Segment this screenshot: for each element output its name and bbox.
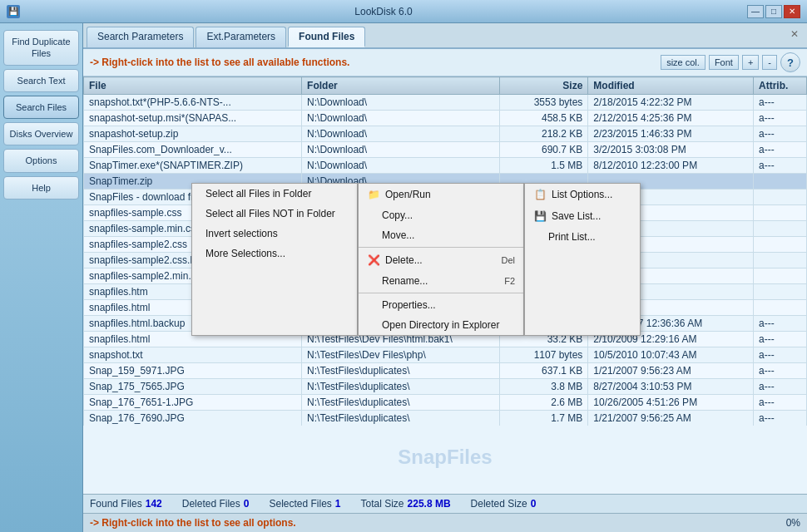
open-run-icon: 📁 xyxy=(367,188,380,201)
ctx-delete-label: Delete... xyxy=(385,254,423,266)
cell-size: 458.5 KB xyxy=(500,111,588,126)
font-minus-button[interactable]: - xyxy=(762,55,777,70)
ctx-copy[interactable]: Copy... xyxy=(359,205,523,225)
cell-file: Snap_175_7565.JPG xyxy=(84,379,302,395)
cell-modified: 8/27/2004 3:10:53 PM xyxy=(588,379,754,395)
selected-files-value: 1 xyxy=(335,498,341,510)
cell-attrib: a--- xyxy=(753,347,806,363)
table-row[interactable]: Snap_176_7690.JPG N:\TestFiles\duplicate… xyxy=(84,411,807,426)
sidebar-item-disks-overview[interactable]: Disks Overview xyxy=(3,122,79,145)
cell-attrib xyxy=(753,268,806,284)
title-bar: 💾 LookDisk 6.0 — □ ✕ xyxy=(0,0,807,23)
sidebar-item-find-duplicate[interactable]: Find DuplicateFiles xyxy=(3,30,79,66)
ctx-print-list[interactable]: Print List... xyxy=(525,227,640,247)
ctx-save-list-label: Save List... xyxy=(552,210,601,222)
table-row[interactable]: snapshot.txt N:\TestFiles\Dev Files\php\… xyxy=(84,347,807,363)
table-row[interactable]: SnapFiles.com_Downloader_v... N:\Downloa… xyxy=(84,142,807,158)
tab-search-parameters[interactable]: Search Parameters xyxy=(87,27,194,47)
ctx-more-selections[interactable]: More Selections... xyxy=(192,244,357,264)
ctx-open-run[interactable]: 📁 Open/Run xyxy=(359,184,523,205)
cell-attrib: a--- xyxy=(753,142,806,158)
cell-attrib: a--- xyxy=(753,95,806,111)
cell-attrib: a--- xyxy=(753,316,806,332)
table-row[interactable]: snapashot-setup.msi*(SNAPAS... N:\Downlo… xyxy=(84,111,807,126)
table-row[interactable]: snapshot.txt*(PHP-5.6.6-NTS-... N:\Downl… xyxy=(84,95,807,111)
sidebar-item-search-text[interactable]: Search Text xyxy=(3,69,79,92)
help-button[interactable]: ? xyxy=(780,52,800,72)
cell-file: snapashot-setup.msi*(SNAPAS... xyxy=(84,111,302,126)
bottom-bar: -> Right-click into the list to see all … xyxy=(83,513,807,532)
ctx-open-run-label: Open/Run xyxy=(385,189,431,200)
cell-attrib: a--- xyxy=(753,411,806,426)
title-bar-buttons: — □ ✕ xyxy=(747,5,800,18)
ctx-invert-selections[interactable]: Invert selections xyxy=(192,224,357,244)
cell-folder: N:\TestFiles\duplicates\ xyxy=(302,379,500,395)
font-plus-button[interactable]: + xyxy=(742,55,759,70)
deleted-files-status: Deleted Files 0 xyxy=(182,498,250,510)
cell-folder: N:\TestFiles\duplicates\ xyxy=(302,411,500,426)
cell-modified: 2/23/2015 1:46:33 PM xyxy=(588,126,754,142)
close-button[interactable]: ✕ xyxy=(784,5,800,18)
toolbar-row: -> Right-click into the list to see all … xyxy=(83,49,807,76)
ctx-select-not-in-folder[interactable]: Select all Files NOT in Folder xyxy=(192,204,357,224)
col-header-folder[interactable]: Folder xyxy=(302,77,500,95)
cell-file: snapshot.txt*(PHP-5.6.6-NTS-... xyxy=(84,95,302,111)
cell-modified: 10/26/2005 4:51:26 PM xyxy=(588,395,754,411)
cell-file: Snap_159_5971.JPG xyxy=(84,363,302,379)
cell-modified: 2/12/2015 4:25:36 PM xyxy=(588,111,754,126)
cell-attrib xyxy=(753,284,806,300)
deleted-size-value: 0 xyxy=(531,498,537,510)
col-header-file[interactable]: File xyxy=(84,77,302,95)
table-row[interactable]: Snap_159_5971.JPG N:\TestFiles\duplicate… xyxy=(84,363,807,379)
col-header-attrib[interactable]: Attrib. xyxy=(753,77,806,95)
deleted-files-label: Deleted Files xyxy=(182,498,240,510)
maximize-button[interactable]: □ xyxy=(765,5,782,18)
total-size-status: Total Size 225.8 MB xyxy=(361,498,451,510)
col-header-size[interactable]: Size xyxy=(500,77,588,95)
cell-attrib xyxy=(753,174,806,190)
table-row[interactable]: SnapTimer.exe*(SNAPTIMER.ZIP) N:\Downloa… xyxy=(84,158,807,174)
cell-size: 1107 bytes xyxy=(500,347,588,363)
cell-modified: 1/21/2007 9:56:25 AM xyxy=(588,411,754,426)
col-header-modified[interactable]: Modified xyxy=(588,77,754,95)
cell-file: snapshot.txt xyxy=(84,347,302,363)
table-row[interactable]: snapashot-setup.zip N:\Download\ 218.2 K… xyxy=(84,126,807,142)
cell-modified: 2/18/2015 4:22:32 PM xyxy=(588,95,754,111)
table-row[interactable]: Snap_175_7565.JPG N:\TestFiles\duplicate… xyxy=(84,379,807,395)
cell-attrib: a--- xyxy=(753,332,806,347)
sidebar-item-search-files[interactable]: Search Files xyxy=(3,96,79,119)
tab-close-icon[interactable]: ✕ xyxy=(785,27,804,47)
ctx-save-list[interactable]: 💾 Save List... xyxy=(525,205,640,227)
sidebar-item-options[interactable]: Options xyxy=(3,149,79,172)
minimize-button[interactable]: — xyxy=(747,5,764,18)
size-col-button[interactable]: size col. xyxy=(661,55,706,70)
cell-folder: N:\Download\ xyxy=(302,111,500,126)
cell-size: 637.1 KB xyxy=(500,363,588,379)
ctx-rename[interactable]: Rename... F2 xyxy=(359,271,523,291)
context-menu-overlay: Select all Files in Folder Select all Fi… xyxy=(191,183,641,336)
font-button[interactable]: Font xyxy=(709,55,739,70)
context-menu-right: 📁 Open/Run Copy... Move... ❌ Delete... D… xyxy=(358,183,524,336)
tabs: Search Parameters Ext.Parameters Found F… xyxy=(83,23,807,49)
tab-ext-parameters[interactable]: Ext.Parameters xyxy=(196,27,286,47)
ctx-move[interactable]: Move... xyxy=(359,225,523,245)
total-size-value: 225.8 MB xyxy=(408,498,451,510)
sidebar: Find DuplicateFiles Search Text Search F… xyxy=(0,23,83,532)
sidebar-item-help[interactable]: Help xyxy=(3,176,79,200)
cell-size: 3553 bytes xyxy=(500,95,588,111)
cell-folder: N:\Download\ xyxy=(302,158,500,174)
tab-found-files[interactable]: Found Files xyxy=(288,27,365,47)
bottom-bar-text: -> Right-click into the list to see all … xyxy=(90,517,296,529)
table-row[interactable]: Snap_176_7651-1.JPG N:\TestFiles\duplica… xyxy=(84,395,807,411)
status-bar: Found Files 142 Deleted Files 0 Selected… xyxy=(83,494,807,513)
ctx-properties[interactable]: Properties... xyxy=(359,295,523,315)
context-menu-left: Select all Files in Folder Select all Fi… xyxy=(191,183,358,336)
ctx-list-options[interactable]: 📋 List Options... xyxy=(525,184,640,205)
ctx-open-directory[interactable]: Open Directory in Explorer xyxy=(359,315,523,335)
ctx-select-all-in-folder[interactable]: Select all Files in Folder xyxy=(192,184,357,204)
cell-modified: 3/2/2015 3:03:08 PM xyxy=(588,142,754,158)
selected-files-status: Selected Files 1 xyxy=(269,498,340,510)
app-title: LookDisk 6.0 xyxy=(20,6,747,17)
cell-attrib: a--- xyxy=(753,363,806,379)
ctx-delete[interactable]: ❌ Delete... Del xyxy=(359,249,523,271)
